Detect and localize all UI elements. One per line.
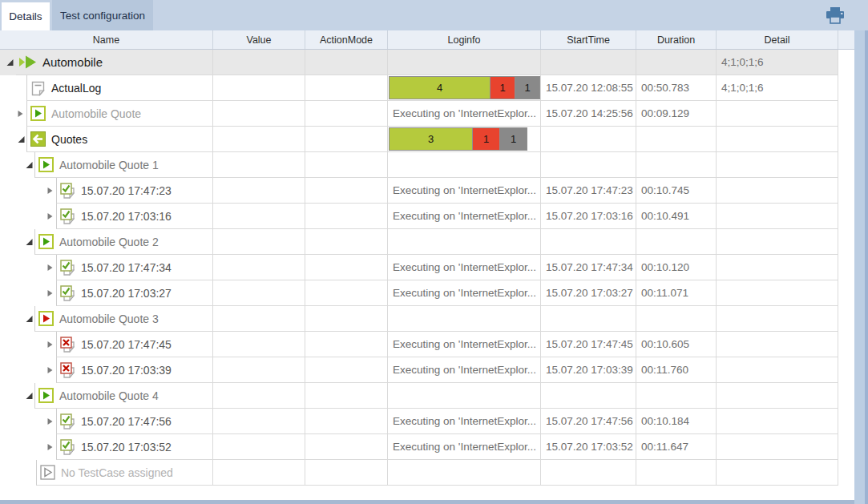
cell-starttime: 15.07.20 17:03:39 [540, 357, 636, 383]
cell-actionmode [305, 434, 387, 460]
name-cell: 15.07.20 17:03:52 [0, 434, 212, 460]
suite-icon [19, 55, 37, 69]
expander-collapsed-icon[interactable] [46, 365, 54, 374]
cell-actionmode [305, 306, 387, 332]
column-header-detail[interactable]: Detail [716, 30, 838, 49]
cell-loginfo [387, 306, 540, 332]
cell-detail [716, 306, 838, 332]
expander-collapsed-icon[interactable] [17, 109, 24, 118]
table-row[interactable]: ActualLog41115.07.20 12:08:5500:50.7834;… [0, 75, 854, 101]
name-cell: Automobile Quote 2 [0, 229, 212, 255]
expander-expanded-icon[interactable] [25, 314, 34, 323]
table-row[interactable]: Automobile Quote 4 [0, 383, 854, 409]
cell-value [212, 434, 305, 460]
expander-collapsed-icon[interactable] [46, 263, 54, 272]
table-row[interactable]: Automobile4;1;0;1;6 [0, 50, 854, 75]
right-panel-splitter[interactable] [854, 30, 868, 504]
tab-test-configuration[interactable]: Test configuration [52, 0, 153, 30]
cell-actionmode [305, 255, 387, 280]
table-row[interactable]: 15.07.20 17:03:16Executing on 'InternetE… [0, 204, 854, 229]
row-label: Automobile [42, 55, 103, 69]
cell-starttime: 15.07.20 17:47:45 [540, 332, 636, 357]
column-header-starttime[interactable]: StartTime [540, 30, 636, 49]
cell-actionmode [305, 280, 387, 306]
cell-value [212, 178, 305, 204]
cell-value [212, 152, 305, 178]
table-row[interactable]: Automobile Quote 2 [0, 229, 854, 255]
expander-expanded-icon[interactable] [25, 391, 34, 400]
row-filler [838, 101, 854, 127]
module-icon [30, 131, 46, 147]
cell-starttime: 15.07.20 17:03:27 [540, 280, 636, 306]
tab-bar: Details Test configuration [0, 0, 868, 30]
cell-starttime: 15.07.20 14:25:56 [540, 101, 636, 127]
expander-expanded-icon[interactable] [25, 160, 34, 169]
log-x-icon [60, 337, 75, 353]
cell-detail [716, 229, 838, 255]
expander-collapsed-icon[interactable] [46, 212, 54, 220]
column-header-value[interactable]: Value [212, 30, 305, 49]
tab-details[interactable]: Details [2, 2, 50, 30]
table-row[interactable]: 15.07.20 17:47:56Executing on 'InternetE… [0, 409, 854, 434]
name-cell: Automobile Quote [0, 101, 212, 127]
cell-value [212, 204, 305, 229]
expander-collapsed-icon[interactable] [46, 340, 54, 349]
cell-loginfo: Executing on 'InternetExplor... [387, 434, 540, 460]
cell-value [212, 255, 305, 280]
column-header-actionmode[interactable]: ActionMode [305, 30, 387, 49]
tc-green-icon [38, 388, 54, 403]
expander-expanded-icon[interactable] [6, 58, 14, 67]
cell-detail [716, 255, 838, 280]
expander-collapsed-icon[interactable] [46, 288, 54, 297]
placeholder-icon [40, 465, 55, 480]
table-row[interactable]: 15.07.20 17:03:39Executing on 'InternetE… [0, 357, 854, 383]
table-row[interactable]: Automobile Quote 1 [0, 152, 854, 178]
cell-value [212, 75, 305, 101]
cell-duration: 00:50.783 [636, 75, 716, 101]
cell-detail [716, 383, 838, 409]
table-row[interactable]: 15.07.20 17:03:52Executing on 'InternetE… [0, 434, 854, 460]
table-row[interactable]: Quotes311 [0, 127, 854, 152]
cell-actionmode [305, 50, 387, 75]
cell-value [212, 280, 305, 306]
cell-starttime: 15.07.20 12:08:55 [540, 75, 636, 101]
expander-expanded-icon[interactable] [25, 237, 34, 246]
table-row[interactable]: No TestCase assigned [0, 460, 854, 486]
loginfo-text: Executing on 'InternetExplor... [388, 184, 540, 196]
cell-value [212, 306, 305, 332]
cell-duration [636, 127, 716, 152]
expander-collapsed-icon[interactable] [46, 417, 54, 425]
table-row[interactable]: 15.07.20 17:47:23Executing on 'InternetE… [0, 178, 854, 204]
column-header-name[interactable]: Name [0, 30, 212, 49]
table-row[interactable]: Automobile QuoteExecuting on 'InternetEx… [0, 101, 854, 127]
log-check-icon [60, 183, 75, 199]
cell-actionmode [305, 332, 387, 357]
table-row[interactable]: 15.07.20 17:03:27Executing on 'InternetE… [0, 280, 854, 306]
table-row[interactable]: Automobile Quote 3 [0, 306, 854, 332]
cell-loginfo: Executing on 'InternetExplor... [387, 332, 540, 357]
name-cell: Automobile Quote 3 [0, 306, 212, 332]
cell-actionmode [305, 75, 387, 101]
print-button[interactable] [824, 6, 846, 25]
cell-loginfo: Executing on 'InternetExplor... [387, 357, 540, 383]
cell-value [212, 357, 305, 383]
row-label: 15.07.20 17:47:23 [81, 184, 172, 197]
table-row[interactable]: 15.07.20 17:47:45Executing on 'InternetE… [0, 332, 854, 357]
name-cell: 15.07.20 17:47:56 [0, 409, 212, 434]
log-check-icon [60, 260, 75, 276]
expander-expanded-icon[interactable] [17, 135, 26, 143]
cell-loginfo [387, 50, 540, 75]
table-header-row: Name Value ActionMode Loginfo StartTime … [0, 30, 854, 50]
row-filler [838, 460, 854, 486]
cell-detail [716, 204, 838, 229]
row-filler [838, 50, 854, 75]
cell-detail [716, 178, 838, 204]
expander-collapsed-icon[interactable] [46, 186, 54, 195]
log-x-icon [60, 362, 75, 378]
row-label: 15.07.20 17:47:34 [81, 261, 172, 274]
results-table: Name Value ActionMode Loginfo StartTime … [0, 30, 854, 486]
expander-collapsed-icon[interactable] [46, 442, 54, 451]
column-header-duration[interactable]: Duration [636, 30, 716, 49]
column-header-loginfo[interactable]: Loginfo [387, 30, 540, 49]
table-row[interactable]: 15.07.20 17:47:34Executing on 'InternetE… [0, 255, 854, 280]
